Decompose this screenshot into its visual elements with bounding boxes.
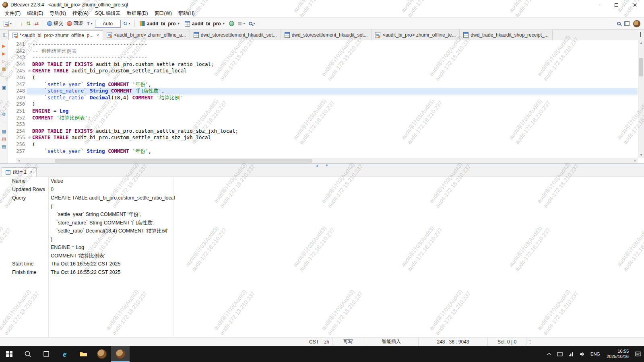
code-line[interactable]: 241⊖------------------------------------… (8, 41, 638, 48)
sql-console-icon[interactable]: ▣ (2, 85, 6, 90)
code-line[interactable]: 256( (8, 141, 638, 148)
code-line[interactable]: 250) (8, 101, 638, 108)
load-script-icon[interactable]: ▤ (2, 129, 6, 134)
vertical-scrollbar[interactable]: ▲ ▼ (638, 40, 644, 158)
fold-collapse-icon[interactable]: ⊖ (27, 41, 32, 48)
code-line[interactable]: 257 `settle_year` String COMMENT '年份', (8, 148, 638, 155)
code-line[interactable]: 248 `store_nature` String COMMENT '门店性质'… (8, 88, 638, 95)
dbeaver-taskbar-button[interactable] (93, 346, 111, 362)
column-divider[interactable] (173, 177, 173, 337)
tab-statistics[interactable]: 统计 1 × (2, 167, 37, 177)
scroll-up-icon[interactable]: ▲ (640, 41, 642, 45)
fold-collapse-icon[interactable]: ⊖ (27, 68, 32, 74)
editor-tab-4[interactable]: <audit_bi_pro> zhumr_offline_te... (372, 30, 460, 40)
code-line[interactable]: 247 `settle_year` String COMMENT '年份', (8, 81, 638, 88)
quick-access-search-button[interactable] (616, 21, 622, 26)
invalidate-connection-button[interactable]: ⇄ (33, 20, 40, 27)
tray-expand-button[interactable] (544, 346, 554, 362)
statusbar-cursor-position[interactable]: 248 : 36 : 9043 (419, 337, 488, 346)
statusbar-insert-mode[interactable]: 智能插入 (364, 337, 419, 346)
fetch-button[interactable]: ↓ (19, 20, 24, 27)
restore-view-button[interactable] (2, 30, 8, 40)
rail-overflow-dots[interactable]: ⋯ (2, 74, 6, 79)
menu-item-3[interactable]: 搜索(A) (69, 9, 92, 18)
editor-results-splitter[interactable]: ▲ ▼ (0, 163, 644, 167)
menu-item-1[interactable]: 编辑(E) (24, 9, 46, 18)
code-area[interactable]: 241⊖------------------------------------… (8, 40, 644, 163)
close-tab-icon[interactable]: × (96, 33, 99, 38)
editor-tab-5[interactable]: dwd_trade_hkaudit_shop_receipt_... (460, 30, 552, 40)
network-settings-button[interactable] (228, 20, 235, 27)
action-center-button[interactable] (632, 346, 644, 362)
horizontal-scroll-thumb[interactable] (55, 159, 312, 163)
save-script-icon[interactable]: ▤ (2, 136, 6, 141)
code-line[interactable]: 244DROP TABLE IF EXISTS audit_bi_pro.cus… (8, 61, 638, 68)
scroll-right-icon[interactable]: ► (634, 159, 636, 162)
code-line[interactable]: 245⊖CREATE TABLE audit_bi_pro.custom_set… (8, 68, 638, 74)
editor-tab-0[interactable]: *<audit_bi_pro> zhumr_offline_p...× (8, 30, 103, 40)
scroll-down-icon[interactable]: ▼ (640, 153, 642, 157)
rail-overflow-dots-2[interactable]: ⋯ (2, 119, 6, 124)
settings-icon[interactable]: ⚙ (2, 112, 6, 117)
menu-item-7[interactable]: 帮助(H) (175, 9, 198, 18)
code-line[interactable]: 251ENGINE = Log (8, 108, 638, 115)
editor-tab-3[interactable]: dwd_storesettlement_hkaudit_set... (281, 30, 372, 40)
stats-row-3[interactable]: Finish timeThu Oct 16 16:55:22 CST 2025 (0, 268, 644, 277)
tray-tablet-button[interactable] (554, 346, 566, 362)
scroll-left-icon[interactable]: ◄ (18, 159, 20, 162)
search-dropdown-button[interactable]: ▾ (248, 21, 256, 26)
input-language-indicator[interactable]: ENG (588, 346, 603, 362)
internet-explorer-button[interactable]: e (56, 346, 74, 362)
start-button[interactable] (0, 346, 19, 362)
menu-item-6[interactable]: 窗口(W) (151, 9, 175, 18)
statusbar-writable[interactable]: 可写 (332, 337, 364, 346)
close-tab-icon[interactable]: × (30, 169, 33, 175)
menu-item-4[interactable]: SQL 编辑器 (92, 9, 124, 18)
splitter-down-icon[interactable]: ▼ (325, 164, 328, 167)
statusbar-timezone[interactable]: CST (307, 337, 321, 346)
transaction-mode-button[interactable]: T ▾ (85, 20, 93, 27)
dbeaver-logo-button[interactable] (632, 19, 642, 28)
code-line[interactable]: 242-- 创建结算比例表 (8, 48, 638, 55)
menu-item-2[interactable]: 导航(N) (46, 9, 69, 18)
statusbar-language[interactable]: zh (321, 337, 332, 346)
code-line[interactable]: 246( (8, 74, 638, 81)
reconnect-button[interactable]: ⇅ (25, 20, 32, 27)
stats-row-2[interactable]: Start timeThu Oct 16 16:55:22 CST 2025 (0, 260, 644, 268)
tray-volume-button[interactable] (577, 346, 588, 362)
minimize-button[interactable] (588, 0, 607, 10)
close-button[interactable] (625, 0, 644, 10)
stats-row-0[interactable]: Updated Rows0 (0, 185, 644, 194)
taskbar-search-button[interactable] (19, 346, 37, 362)
task-view-button[interactable] (37, 346, 56, 362)
code-line[interactable]: 254DROP TABLE IF EXISTS audit_bi_pro.cus… (8, 128, 638, 135)
perspective-button[interactable] (623, 21, 631, 27)
schema-selector[interactable]: audit_bi_pro ▾ (183, 20, 227, 27)
tray-network-button[interactable] (566, 346, 577, 362)
code-line[interactable]: 255⊖CREATE TABLE audit_bi_pro.custom_set… (8, 134, 638, 141)
splitter-up-icon[interactable]: ▲ (316, 164, 319, 167)
code-line[interactable]: 249 `settle_ratio` Decimal(18,4) COMMENT… (8, 95, 638, 101)
execute-statement-icon[interactable]: ▶ (2, 43, 5, 48)
editor-tab-1[interactable]: <audit_bi_pro> zhumr_offline_a... (103, 30, 190, 40)
fold-collapse-icon[interactable]: ⊖ (27, 134, 32, 141)
commit-mode-combo[interactable]: Auto (95, 20, 121, 28)
new-sql-editor-button[interactable]: ▾ (2, 20, 13, 27)
execute-new-tab-icon[interactable]: ▷ (2, 59, 5, 64)
database-selector[interactable]: audit_bi_pro ▾ (138, 20, 182, 27)
vertical-scroll-thumb[interactable] (639, 58, 643, 76)
code-line[interactable]: 243-------------------------------------… (8, 54, 638, 61)
commit-button[interactable]: 提交 (46, 19, 64, 28)
horizontal-scrollbar[interactable]: ◄ ► (16, 158, 638, 163)
rollback-button[interactable]: 回滚 (66, 19, 84, 28)
menu-item-5[interactable]: 数据库(D) (124, 9, 151, 18)
explain-plan-icon[interactable]: ▦ (2, 66, 6, 71)
execute-script-icon[interactable]: ▶ (2, 51, 5, 56)
code-line[interactable]: 253 (8, 121, 638, 128)
isolation-level-button[interactable]: ≣ ▾ (237, 20, 246, 27)
maximize-button[interactable] (607, 0, 625, 10)
statusbar-selection[interactable]: Sel: 0 | 0 (488, 337, 526, 346)
code-line[interactable]: 252COMMENT '结算比例表'; (8, 115, 638, 121)
refresh-timer-button[interactable]: ↻ ▾ (122, 20, 132, 27)
dbeaver-taskbar-button-active[interactable] (111, 346, 130, 362)
